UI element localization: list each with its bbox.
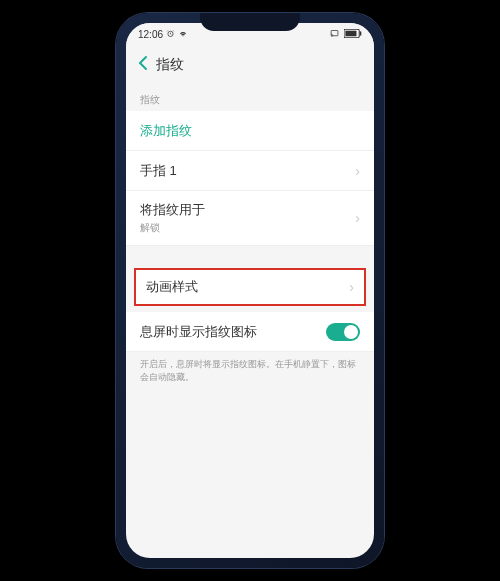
svg-rect-4: [360, 31, 361, 35]
aod-label: 息屏时显示指纹图标: [140, 323, 257, 341]
header-bar: 指纹: [126, 45, 374, 85]
chevron-right-icon: ›: [355, 210, 360, 226]
screen: 12:06 指纹 指纹: [126, 23, 374, 558]
aod-help-text: 开启后，息屏时将显示指纹图标。在手机静置下，图标会自动隐藏。: [126, 352, 374, 389]
phone-frame: 12:06 指纹 指纹: [116, 13, 384, 568]
divider-gap: [126, 246, 374, 256]
status-time: 12:06: [138, 29, 163, 40]
wifi-icon: [178, 29, 188, 40]
status-left: 12:06: [138, 29, 188, 40]
section-label: 指纹: [126, 85, 374, 111]
finger-1-item[interactable]: 手指 1 ›: [126, 151, 374, 191]
use-for-sub: 解锁: [140, 221, 205, 235]
add-fingerprint-item[interactable]: 添加指纹: [126, 111, 374, 151]
chevron-right-icon: ›: [349, 279, 354, 295]
chevron-right-icon: ›: [355, 163, 360, 179]
alarm-icon: [166, 29, 175, 40]
aod-fingerprint-item: 息屏时显示指纹图标: [126, 312, 374, 352]
animation-style-item[interactable]: 动画样式 ›: [136, 270, 364, 304]
finger-1-label: 手指 1: [140, 162, 177, 180]
battery-icon: [344, 29, 362, 40]
add-fingerprint-label: 添加指纹: [140, 122, 192, 140]
phone-notch: [200, 13, 300, 31]
status-right: [329, 29, 362, 40]
aod-toggle[interactable]: [326, 323, 360, 341]
page-title: 指纹: [156, 56, 184, 74]
svg-rect-3: [345, 30, 356, 36]
use-for-label: 将指纹用于: [140, 201, 205, 219]
cast-icon: [329, 29, 340, 40]
use-for-left: 将指纹用于 解锁: [140, 201, 205, 235]
back-button[interactable]: [138, 55, 148, 76]
highlight-box: 动画样式 ›: [134, 268, 366, 306]
use-fingerprint-for-item[interactable]: 将指纹用于 解锁 ›: [126, 191, 374, 246]
animation-style-label: 动画样式: [146, 278, 198, 296]
svg-rect-1: [331, 30, 338, 35]
